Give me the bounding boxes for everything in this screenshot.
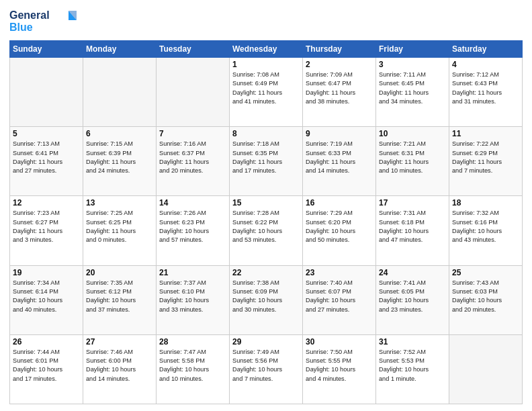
day-info: Sunrise: 7:11 AMSunset: 6:45 PMDaylight:… [379,71,446,106]
day-info: Sunrise: 7:08 AMSunset: 6:49 PMDaylight:… [232,71,300,106]
day-info: Sunrise: 7:16 AMSunset: 6:37 PMDaylight:… [159,140,226,175]
day-number: 20 [86,268,153,277]
calendar-cell: 28Sunrise: 7:47 AMSunset: 5:58 PMDayligh… [157,334,230,404]
day-info: Sunrise: 7:23 AMSunset: 6:27 PMDaylight:… [13,209,80,244]
day-info: Sunrise: 7:35 AMSunset: 6:12 PMDaylight:… [86,279,153,314]
day-info: Sunrise: 7:22 AMSunset: 6:29 PMDaylight:… [452,140,519,175]
day-number: 12 [13,198,80,208]
calendar-cell: 15Sunrise: 7:28 AMSunset: 6:22 PMDayligh… [230,196,303,265]
day-number: 14 [159,198,226,208]
day-number: 30 [306,337,373,347]
day-info: Sunrise: 7:47 AMSunset: 5:58 PMDaylight:… [159,348,226,383]
calendar-cell: 21Sunrise: 7:37 AMSunset: 6:10 PMDayligh… [157,265,230,334]
day-number: 11 [452,129,519,138]
calendar-cell: 7Sunrise: 7:16 AMSunset: 6:37 PMDaylight… [157,127,230,196]
day-number: 19 [13,268,80,277]
day-number: 8 [232,129,300,138]
calendar-cell: 24Sunrise: 7:41 AMSunset: 6:05 PMDayligh… [376,265,449,334]
calendar-cell: 10Sunrise: 7:21 AMSunset: 6:31 PMDayligh… [376,127,449,196]
day-number: 24 [379,268,446,277]
calendar-cell: 2Sunrise: 7:09 AMSunset: 6:47 PMDaylight… [303,58,376,127]
day-number: 7 [159,129,226,138]
day-number: 17 [379,198,446,208]
day-number: 31 [379,337,446,347]
calendar-cell: 30Sunrise: 7:50 AMSunset: 5:55 PMDayligh… [303,334,376,404]
day-number: 26 [13,337,80,347]
calendar-cell: 4Sunrise: 7:12 AMSunset: 6:43 PMDaylight… [449,58,523,127]
calendar-cell: 20Sunrise: 7:35 AMSunset: 6:12 PMDayligh… [83,265,157,334]
day-info: Sunrise: 7:43 AMSunset: 6:03 PMDaylight:… [452,279,519,314]
weekday-header-friday: Friday [376,41,449,58]
logo: General Blue [9,7,77,36]
day-number: 18 [452,198,519,208]
calendar-cell [449,334,523,404]
weekday-header-monday: Monday [83,41,157,58]
day-number: 27 [86,337,153,347]
calendar-cell: 11Sunrise: 7:22 AMSunset: 6:29 PMDayligh… [449,127,523,196]
calendar-cell: 9Sunrise: 7:19 AMSunset: 6:33 PMDaylight… [303,127,376,196]
weekday-header-saturday: Saturday [449,41,523,58]
logo-container: General Blue [9,7,77,36]
day-number: 6 [86,129,153,138]
weekday-header-wednesday: Wednesday [230,41,303,58]
day-info: Sunrise: 7:40 AMSunset: 6:07 PMDaylight:… [306,279,373,314]
day-info: Sunrise: 7:28 AMSunset: 6:22 PMDaylight:… [232,209,300,244]
calendar-cell: 26Sunrise: 7:44 AMSunset: 6:01 PMDayligh… [10,334,83,404]
calendar-cell: 18Sunrise: 7:32 AMSunset: 6:16 PMDayligh… [449,196,523,265]
weekday-header-tuesday: Tuesday [157,41,230,58]
day-number: 25 [452,268,519,277]
calendar-cell: 19Sunrise: 7:34 AMSunset: 6:14 PMDayligh… [10,265,83,334]
day-info: Sunrise: 7:46 AMSunset: 6:00 PMDaylight:… [86,348,153,383]
day-number: 3 [379,60,446,69]
day-number: 9 [306,129,373,138]
header: General Blue [9,7,523,36]
calendar-cell: 29Sunrise: 7:49 AMSunset: 5:56 PMDayligh… [230,334,303,404]
calendar-week-row: 19Sunrise: 7:34 AMSunset: 6:14 PMDayligh… [10,265,523,334]
calendar-week-row: 26Sunrise: 7:44 AMSunset: 6:01 PMDayligh… [10,334,523,404]
page: General Blue SundayMondayTuesdayWednesda… [0,0,532,411]
calendar-cell [157,58,230,127]
day-number: 13 [86,198,153,208]
day-info: Sunrise: 7:26 AMSunset: 6:23 PMDaylight:… [159,209,226,244]
day-info: Sunrise: 7:49 AMSunset: 5:56 PMDaylight:… [232,348,300,383]
day-number: 15 [232,198,300,208]
calendar-cell: 27Sunrise: 7:46 AMSunset: 6:00 PMDayligh… [83,334,157,404]
calendar-cell: 6Sunrise: 7:15 AMSunset: 6:39 PMDaylight… [83,127,157,196]
calendar-cell: 22Sunrise: 7:38 AMSunset: 6:09 PMDayligh… [230,265,303,334]
svg-text:Blue: Blue [9,21,33,33]
calendar-cell: 8Sunrise: 7:18 AMSunset: 6:35 PMDaylight… [230,127,303,196]
day-info: Sunrise: 7:15 AMSunset: 6:39 PMDaylight:… [86,140,153,175]
calendar-cell: 23Sunrise: 7:40 AMSunset: 6:07 PMDayligh… [303,265,376,334]
day-info: Sunrise: 7:21 AMSunset: 6:31 PMDaylight:… [379,140,446,175]
day-number: 28 [159,337,226,347]
day-info: Sunrise: 7:09 AMSunset: 6:47 PMDaylight:… [306,71,373,106]
day-number: 22 [232,268,300,277]
day-number: 1 [232,60,300,69]
day-info: Sunrise: 7:50 AMSunset: 5:55 PMDaylight:… [306,348,373,383]
calendar-cell: 12Sunrise: 7:23 AMSunset: 6:27 PMDayligh… [10,196,83,265]
day-info: Sunrise: 7:44 AMSunset: 6:01 PMDaylight:… [13,348,80,383]
day-info: Sunrise: 7:31 AMSunset: 6:18 PMDaylight:… [379,209,446,244]
day-number: 10 [379,129,446,138]
day-info: Sunrise: 7:32 AMSunset: 6:16 PMDaylight:… [452,209,519,244]
logo-svg: General Blue [9,7,77,36]
calendar-cell: 16Sunrise: 7:29 AMSunset: 6:20 PMDayligh… [303,196,376,265]
calendar-header-row: SundayMondayTuesdayWednesdayThursdayFrid… [10,41,523,58]
day-number: 29 [232,337,300,347]
day-number: 23 [306,268,373,277]
calendar-cell: 3Sunrise: 7:11 AMSunset: 6:45 PMDaylight… [376,58,449,127]
day-number: 21 [159,268,226,277]
svg-text:General: General [9,9,50,21]
weekday-header-thursday: Thursday [303,41,376,58]
day-number: 16 [306,198,373,208]
day-info: Sunrise: 7:12 AMSunset: 6:43 PMDaylight:… [452,71,519,106]
day-info: Sunrise: 7:38 AMSunset: 6:09 PMDaylight:… [232,279,300,314]
calendar-cell: 17Sunrise: 7:31 AMSunset: 6:18 PMDayligh… [376,196,449,265]
day-info: Sunrise: 7:13 AMSunset: 6:41 PMDaylight:… [13,140,80,175]
day-info: Sunrise: 7:34 AMSunset: 6:14 PMDaylight:… [13,279,80,314]
day-info: Sunrise: 7:18 AMSunset: 6:35 PMDaylight:… [232,140,300,175]
calendar-cell: 14Sunrise: 7:26 AMSunset: 6:23 PMDayligh… [157,196,230,265]
day-info: Sunrise: 7:37 AMSunset: 6:10 PMDaylight:… [159,279,226,314]
calendar-week-row: 12Sunrise: 7:23 AMSunset: 6:27 PMDayligh… [10,196,523,265]
calendar-cell: 1Sunrise: 7:08 AMSunset: 6:49 PMDaylight… [230,58,303,127]
